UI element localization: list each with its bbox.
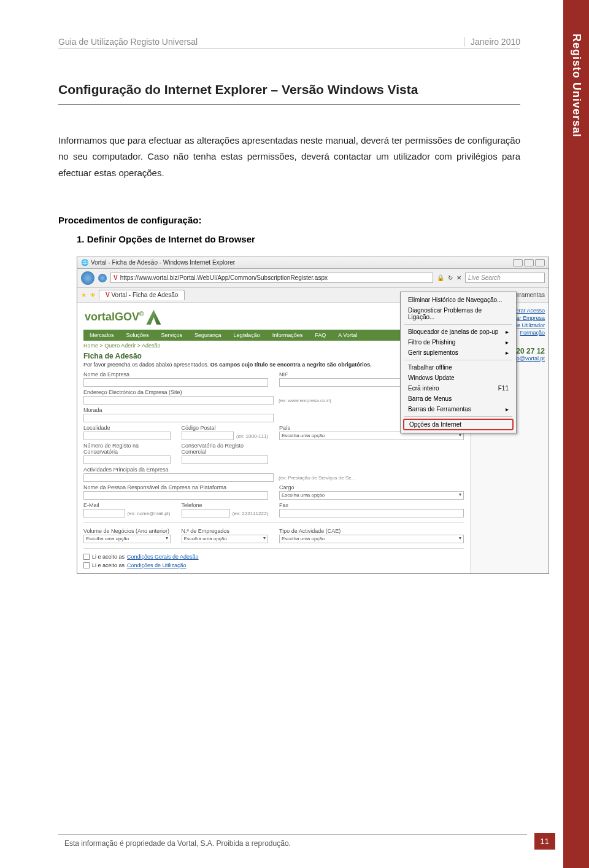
- field-tipo: Tipo de Actividade (CAE) Escolha uma opç…: [279, 528, 464, 543]
- footer-copyright: Esta informação é propriedade da Vortal,…: [58, 837, 297, 848]
- leaf-icon: [146, 310, 161, 325]
- input[interactable]: [83, 473, 274, 482]
- field-cargo: Cargo Escolha uma opção: [279, 484, 464, 500]
- menu-item[interactable]: Gerir suplementos▸: [401, 347, 516, 358]
- main-heading: Configuração do Internet Explorer – Vers…: [58, 82, 520, 105]
- label: Cargo: [279, 484, 464, 490]
- label: Fax: [279, 502, 464, 508]
- label: Tipo de Actividade (CAE): [279, 528, 464, 534]
- page-footer: Esta informação é propriedade da Vortal,…: [58, 833, 555, 850]
- menu-item[interactable]: Barra de Menus: [401, 393, 516, 404]
- page-number: 11: [534, 833, 555, 850]
- refresh-icon[interactable]: ↻: [448, 274, 453, 281]
- screenshot-wrapper: 🌐 Vortal - Ficha de Adesão - Windows Int…: [58, 257, 520, 574]
- select[interactable]: Escolha uma opção: [279, 535, 464, 543]
- tab-label: Vortal - Ficha de Adesão: [111, 292, 178, 298]
- page-header: Guia de Utilização Registo Universal Jan…: [58, 37, 520, 48]
- cb-text: Li e aceito as: [92, 554, 125, 560]
- menu-item[interactable]: Filtro de Phishing▸: [401, 337, 516, 347]
- stop-icon[interactable]: ✕: [456, 274, 461, 281]
- input[interactable]: [83, 378, 268, 387]
- nav-item[interactable]: FAQ: [309, 330, 332, 341]
- procedures-heading: Procedimentos de configuração:: [58, 215, 520, 225]
- input[interactable]: [182, 455, 269, 464]
- menu-item[interactable]: Bloqueador de janelas de pop-up▸: [401, 327, 516, 337]
- field-nome-empresa: Nome da Empresa: [83, 371, 268, 387]
- select[interactable]: Escolha uma opção: [83, 535, 171, 543]
- ie-app-icon: 🌐: [81, 259, 88, 266]
- menu-item[interactable]: Ecrã inteiroF11: [401, 383, 516, 393]
- step-1: 1. Definir Opções de Internet do Browser: [77, 234, 520, 244]
- lock-icon: 🔒: [437, 274, 444, 281]
- add-favorite-icon[interactable]: ✚: [90, 292, 95, 298]
- nav-item[interactable]: Mercados: [83, 330, 120, 341]
- label: Nome da Pessoa Responsável da Empresa na…: [83, 484, 268, 490]
- checkbox-terms-1[interactable]: Li e aceito as Condições Gerais de Adesã…: [83, 554, 464, 560]
- label: Actividades Principais da Empresa: [83, 467, 464, 473]
- menu-item[interactable]: Windows Update: [401, 373, 516, 383]
- site-favicon: V: [114, 274, 118, 281]
- search-input[interactable]: Live Search: [465, 273, 545, 283]
- input[interactable]: [182, 432, 234, 440]
- hint: (ex: 1000-111): [236, 433, 268, 439]
- url-text: https://www.vortal.biz/Portal.WebUI/App/…: [120, 274, 328, 281]
- nav-item[interactable]: A Vortal: [332, 330, 363, 341]
- nav-item[interactable]: Serviços: [155, 330, 189, 341]
- side-bar-title: Registo Universal: [570, 34, 583, 138]
- checkbox-terms-2[interactable]: Li e aceito as Condições de Utilização: [83, 562, 464, 568]
- back-button[interactable]: [81, 271, 94, 285]
- label: Volume de Negócios (Ano anterior): [83, 528, 171, 534]
- menu-item[interactable]: Trabalhar offline: [401, 362, 516, 373]
- menu-item[interactable]: Eliminar Histórico de Navegação...: [401, 295, 516, 305]
- intro-paragraph: Informamos que para efectuar as alteraçõ…: [58, 133, 520, 181]
- input[interactable]: [182, 509, 230, 517]
- input[interactable]: [83, 432, 171, 440]
- nav-item[interactable]: Soluções: [120, 330, 155, 341]
- nav-item[interactable]: Legislação: [228, 330, 266, 341]
- ie-address-row: V https://www.vortal.biz/Portal.WebUI/Ap…: [77, 269, 549, 288]
- menu-separator: [404, 324, 512, 325]
- menu-item[interactable]: Diagnosticar Problemas de Ligação...: [401, 305, 516, 322]
- checkbox[interactable]: [83, 562, 90, 568]
- input[interactable]: [83, 455, 171, 464]
- label: Número de Registo na Conservatória: [83, 443, 171, 455]
- select[interactable]: Escolha uma opção: [279, 491, 464, 500]
- divider: [83, 548, 464, 549]
- hint: (ex: Prestação de Serviços de Se...: [279, 475, 355, 481]
- ie-titlebar: 🌐 Vortal - Ficha de Adesão - Windows Int…: [77, 257, 549, 269]
- window-buttons[interactable]: [513, 259, 545, 266]
- input[interactable]: [83, 509, 125, 517]
- field-nreg-conserv: Número de Registo na Conservatória Conse…: [83, 443, 268, 464]
- forward-button[interactable]: [98, 274, 107, 282]
- field-volume: Volume de Negócios (Ano anterior) Escolh…: [83, 528, 268, 543]
- field-pessoa: Nome da Pessoa Responsável da Empresa na…: [83, 484, 268, 500]
- checkbox[interactable]: [83, 554, 90, 560]
- label: E-Mail: [83, 502, 171, 508]
- tools-dropdown-menu[interactable]: Eliminar Histórico de Navegação... Diagn…: [400, 292, 517, 433]
- favorites-icon[interactable]: ★: [81, 292, 87, 298]
- header-doc-title: Guia de Utilização Registo Universal: [58, 37, 464, 47]
- label: Conservatória do Registo Comercial: [182, 443, 269, 455]
- input[interactable]: [279, 509, 464, 517]
- nav-item[interactable]: Segurança: [188, 330, 228, 341]
- input[interactable]: [83, 396, 274, 405]
- site-logo-text: vortalGOV®: [85, 311, 144, 324]
- menu-item-internet-options[interactable]: Opções da Internet: [403, 419, 514, 430]
- field-fax: Fax: [279, 502, 464, 517]
- url-bar[interactable]: V https://www.vortal.biz/Portal.WebUI/Ap…: [110, 273, 433, 283]
- input[interactable]: [83, 491, 268, 500]
- cb-text: Li e aceito as: [92, 562, 125, 568]
- select[interactable]: Escolha uma opção: [182, 535, 269, 543]
- hint: (ex: 222111222): [233, 511, 268, 516]
- menu-separator: [404, 416, 512, 417]
- page-content: Guia de Utilização Registo Universal Jan…: [0, 0, 563, 599]
- cb-link[interactable]: Condições Gerais de Adesão: [127, 554, 199, 560]
- label: Código Postal: [182, 425, 269, 431]
- menu-separator: [404, 360, 512, 360]
- nav-item[interactable]: Informações: [266, 330, 309, 341]
- label: N.º de Empregados: [182, 528, 269, 534]
- active-tab[interactable]: V Vortal - Ficha de Adesão: [99, 290, 185, 300]
- cb-link[interactable]: Condições de Utilização: [127, 562, 187, 568]
- menu-item[interactable]: Barras de Ferramentas▸: [401, 404, 516, 414]
- input[interactable]: [83, 414, 274, 422]
